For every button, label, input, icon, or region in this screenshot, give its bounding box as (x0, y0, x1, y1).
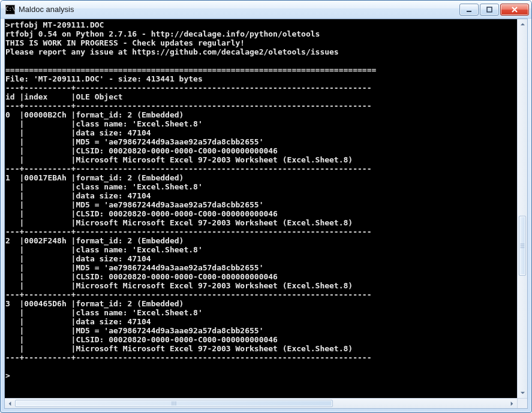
minimize-button[interactable] (459, 4, 479, 16)
close-icon (511, 6, 518, 13)
horizontal-scroll-thumb[interactable] (15, 400, 333, 407)
chevron-down-icon (520, 390, 525, 396)
window-title: Maldoc analysis (19, 5, 74, 14)
scroll-up-button[interactable] (518, 19, 527, 29)
terminal-output[interactable]: >rtfobj MT-209111.DOC rtfobj 0.54 on Pyt… (5, 19, 517, 398)
cmd-icon: C:\ (5, 5, 15, 14)
maximize-button[interactable] (480, 4, 499, 16)
scroll-left-button[interactable] (5, 399, 15, 408)
scrollbar-corner (517, 398, 527, 408)
minimize-icon (465, 6, 473, 13)
vertical-scroll-track[interactable] (518, 29, 527, 388)
app-window: C:\ Maldoc analysis >rtfobj MT-209111.DO… (0, 0, 532, 413)
scroll-right-button[interactable] (507, 399, 517, 408)
chevron-up-icon (520, 22, 525, 27)
vertical-scroll-thumb[interactable] (519, 216, 526, 276)
chevron-right-icon (509, 401, 515, 406)
horizontal-scrollbar[interactable] (5, 398, 517, 408)
cmd-icon-text: C:\ (5, 7, 15, 12)
scroll-grip-icon (521, 243, 525, 248)
scroll-grip-icon (172, 402, 176, 406)
svg-rect-0 (467, 11, 471, 12)
close-button[interactable] (500, 4, 529, 16)
titlebar[interactable]: C:\ Maldoc analysis (1, 1, 531, 19)
svg-rect-1 (487, 7, 492, 12)
client-area: >rtfobj MT-209111.DOC rtfobj 0.54 on Pyt… (4, 19, 528, 409)
chevron-left-icon (7, 401, 13, 406)
maximize-icon (486, 6, 493, 13)
vertical-scrollbar[interactable] (517, 19, 527, 398)
horizontal-scroll-track[interactable] (15, 399, 507, 408)
scroll-down-button[interactable] (518, 388, 527, 398)
